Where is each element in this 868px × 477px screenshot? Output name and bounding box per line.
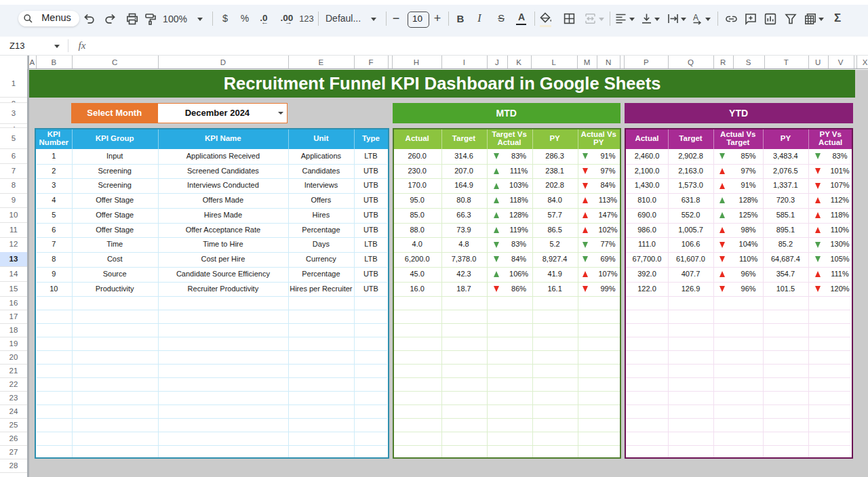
svg-text:A: A [693,13,698,22]
